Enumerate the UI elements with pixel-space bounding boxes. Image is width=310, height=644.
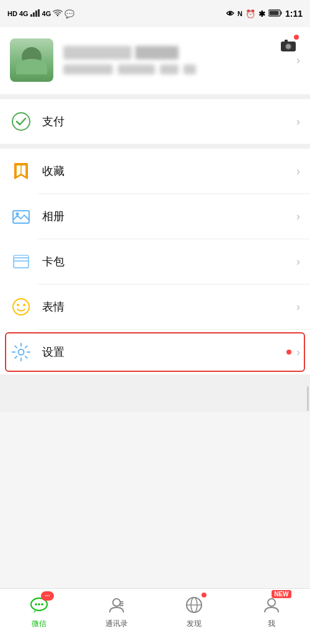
photos-arrow: ›	[296, 210, 300, 223]
svg-point-21	[19, 350, 24, 355]
signal-indicator	[30, 9, 40, 19]
time-display: 1:11	[285, 9, 303, 19]
photos-icon	[10, 205, 32, 227]
discover-label: 发现	[187, 619, 202, 629]
profile-sub-blur1	[63, 64, 113, 74]
me-badge-new: NEW	[272, 590, 291, 598]
photos-label: 相册	[42, 209, 296, 224]
avatar[interactable]	[10, 38, 53, 82]
section-divider-2	[0, 144, 310, 149]
svg-rect-16	[14, 258, 29, 268]
svg-rect-0	[30, 14, 32, 17]
cards-arrow: ›	[296, 255, 300, 268]
svg-point-12	[12, 113, 30, 130]
svg-point-24	[35, 603, 37, 606]
settings-arrow: ›	[296, 346, 300, 359]
svg-rect-7	[269, 11, 278, 15]
cards-icon	[10, 250, 32, 273]
status-right: 👁 N ⏰ ✱ 1:11	[226, 9, 303, 19]
payment-icon	[10, 110, 32, 133]
discover-icon	[183, 594, 205, 616]
status-left: HD 4G 4G 💬	[7, 9, 74, 19]
settings-notification-dot	[286, 350, 291, 355]
nav-item-discover[interactable]: 发现	[155, 594, 232, 629]
profile-name-blur2	[135, 46, 179, 60]
scroll-indicator	[307, 386, 309, 411]
svg-rect-11	[285, 40, 288, 42]
nav-item-me[interactable]: NEW 我	[232, 594, 310, 629]
payment-arrow: ›	[296, 115, 300, 128]
svg-point-25	[38, 603, 40, 606]
menu-item-favorites[interactable]: 收藏 ›	[0, 149, 310, 193]
network-4g-2: 4G	[42, 10, 51, 17]
profile-info	[63, 46, 286, 74]
profile-sub-blur3	[160, 64, 179, 74]
payment-label: 支付	[42, 114, 296, 129]
chat-icon: ···	[28, 594, 50, 616]
section-divider-3	[0, 374, 310, 412]
menu-item-settings[interactable]: 设置 ›	[0, 330, 310, 374]
svg-rect-1	[33, 12, 35, 17]
discover-badge-dot	[202, 593, 206, 598]
svg-point-26	[41, 603, 43, 606]
emoji-arrow: ›	[296, 301, 300, 314]
svg-rect-6	[280, 11, 281, 14]
section-divider-1	[0, 94, 310, 99]
emoji-label: 表情	[42, 299, 296, 314]
alarm-icon: ⏰	[246, 9, 255, 19]
camera-notification-dot	[294, 35, 299, 40]
svg-point-19	[17, 304, 19, 306]
menu-item-cards[interactable]: 卡包 ›	[0, 239, 310, 284]
svg-point-18	[13, 299, 29, 315]
me-label: 我	[268, 619, 275, 629]
favorites-label: 收藏	[42, 164, 296, 179]
menu-item-emoji[interactable]: 表情 ›	[0, 285, 310, 329]
menu-group-2: 收藏 › 相册 › 卡包 ›	[0, 149, 310, 374]
settings-icon	[10, 341, 32, 363]
cards-label: 卡包	[42, 254, 296, 269]
contacts-label: 通讯录	[105, 619, 128, 629]
svg-point-10	[286, 45, 291, 49]
wifi-icon	[53, 9, 63, 19]
nav-item-contacts[interactable]: 通讯录	[78, 594, 155, 629]
svg-rect-3	[38, 9, 40, 17]
message-icon: 💬	[64, 9, 74, 19]
menu-item-payment[interactable]: 支付 ›	[0, 99, 310, 144]
profile-row[interactable]: ›	[10, 38, 300, 82]
wechat-label: 微信	[32, 619, 46, 629]
profile-sub-blur4	[184, 64, 196, 74]
eye-icon: 👁	[226, 9, 234, 19]
emoji-icon	[10, 296, 32, 318]
profile-sub-blur2	[118, 64, 155, 74]
contacts-icon	[105, 594, 128, 616]
battery-icon	[268, 9, 282, 19]
favorites-arrow: ›	[296, 165, 300, 178]
bluetooth-icon: ✱	[259, 9, 265, 19]
me-icon: NEW	[260, 594, 283, 616]
menu-item-photos[interactable]: 相册 ›	[0, 194, 310, 239]
signal-4g-1: 4G	[19, 10, 29, 17]
camera-button[interactable]	[277, 33, 300, 57]
svg-point-34	[268, 599, 275, 606]
bottom-navigation: ··· 微信 通讯录 发现	[0, 588, 310, 644]
status-bar: HD 4G 4G 💬 👁 N ⏰ ✱	[0, 0, 310, 27]
favorites-icon	[10, 160, 32, 182]
svg-point-20	[23, 304, 25, 306]
nfc-icon: N	[237, 10, 242, 17]
svg-point-27	[113, 599, 120, 606]
wechat-badge: ···	[41, 591, 53, 601]
settings-label: 设置	[42, 345, 283, 359]
payment-section: 支付 ›	[0, 99, 310, 144]
svg-point-15	[16, 213, 19, 216]
svg-point-4	[57, 14, 58, 15]
nav-item-wechat[interactable]: ··· 微信	[0, 594, 78, 629]
profile-section: ›	[0, 27, 310, 94]
network-label: HD	[7, 10, 17, 17]
profile-name-blur	[63, 46, 131, 60]
svg-rect-2	[35, 11, 37, 17]
